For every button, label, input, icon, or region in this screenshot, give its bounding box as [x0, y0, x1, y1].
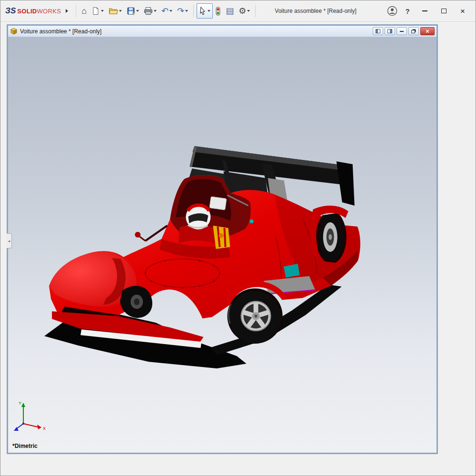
open-folder-icon [109, 7, 118, 15]
close-icon: × [426, 28, 429, 35]
front-wheel[interactable] [120, 286, 152, 318]
orientation-triad: Y X [14, 401, 46, 431]
toolbar-separator [255, 5, 256, 17]
print-button[interactable] [141, 3, 159, 19]
document-titlebar[interactable]: Voiture assomblee * [Read-only] × [8, 26, 436, 37]
redo-button[interactable]: ↷ [175, 3, 190, 19]
driver-helmet [186, 205, 210, 229]
maximize-icon [441, 9, 446, 13]
select-cursor-icon [199, 7, 207, 15]
rebuild-traffic-light-icon [215, 7, 221, 16]
pane-right-button[interactable] [385, 27, 395, 35]
open-button[interactable] [106, 3, 124, 19]
dropdown-caret-icon [154, 10, 157, 12]
close-icon: × [460, 7, 465, 15]
graphics-viewport[interactable]: Y X *Dimetric [8, 37, 436, 453]
print-icon [144, 7, 153, 15]
rear-wheel[interactable] [226, 281, 287, 344]
dropdown-caret-icon [169, 10, 172, 12]
triad-y-label: Y [19, 401, 21, 406]
dassault-logo-icon: ЗS [5, 6, 16, 16]
undo-icon: ↶ [161, 7, 169, 15]
side-mirror [135, 232, 140, 238]
gear-icon: ⚙ [238, 7, 246, 15]
help-icon: ? [405, 7, 409, 15]
menu-flyout-arrow-icon[interactable] [66, 9, 68, 13]
redo-icon: ↷ [177, 7, 184, 15]
minimize-icon [400, 31, 404, 32]
dropdown-caret-icon [101, 10, 104, 12]
triad-x-label: X [43, 426, 46, 431]
featuremanager-collapse-tab[interactable]: ◂ [7, 233, 12, 248]
new-document-icon [91, 7, 100, 15]
undo-button[interactable]: ↶ [159, 3, 175, 19]
app-maximize-button[interactable] [436, 4, 452, 18]
toolbar-separator [193, 5, 194, 17]
minimize-icon [422, 10, 427, 11]
restore-icon [411, 30, 415, 33]
dropdown-caret-icon [136, 10, 139, 12]
dropdown-caret-icon [119, 10, 122, 12]
car-3d-model[interactable]: Y X [8, 37, 436, 453]
doc-close-button[interactable]: × [420, 27, 435, 35]
rebuild-button[interactable] [213, 3, 223, 19]
dropdown-caret-icon [185, 10, 188, 12]
pane-right-icon [387, 29, 392, 33]
solidworks-logo: ЗS SOLID WORKS [5, 6, 61, 16]
document-window: Voiture assomblee * [Read-only] × [7, 24, 438, 454]
app-minimize-button[interactable] [416, 4, 433, 18]
pane-left-icon [376, 29, 380, 33]
toolbar-separator [76, 5, 76, 17]
file-properties-button[interactable]: ▤ [223, 3, 236, 19]
app-close-button[interactable]: × [455, 4, 471, 18]
select-tool-button[interactable] [197, 3, 213, 19]
doc-restore-button[interactable] [408, 27, 419, 35]
help-button[interactable]: ? [401, 5, 414, 17]
file-properties-icon: ▤ [226, 7, 234, 15]
app-titlebar: ЗS SOLID WORKS ⌂ ↶ ↷ ▤ [0, 0, 476, 22]
options-button[interactable]: ⚙ [236, 3, 252, 19]
user-icon [387, 6, 397, 16]
view-orientation-label: *Dimetric [12, 443, 38, 449]
pane-left-button[interactable] [373, 27, 383, 35]
dropdown-caret-icon [247, 10, 250, 12]
app-title: Voiture assomblee * [Read-only] [275, 8, 356, 14]
save-button[interactable] [124, 3, 141, 19]
doc-minimize-button[interactable] [397, 27, 407, 35]
account-button[interactable] [386, 5, 398, 17]
assembly-icon [10, 28, 18, 35]
chevron-left-icon: ◂ [8, 239, 10, 243]
save-icon [127, 7, 135, 15]
home-icon: ⌂ [81, 7, 87, 15]
home-button[interactable]: ⌂ [79, 3, 89, 19]
new-document-button[interactable] [89, 3, 106, 19]
dropdown-caret-icon [208, 10, 210, 12]
document-title: Voiture assomblee * [Read-only] [20, 28, 101, 35]
